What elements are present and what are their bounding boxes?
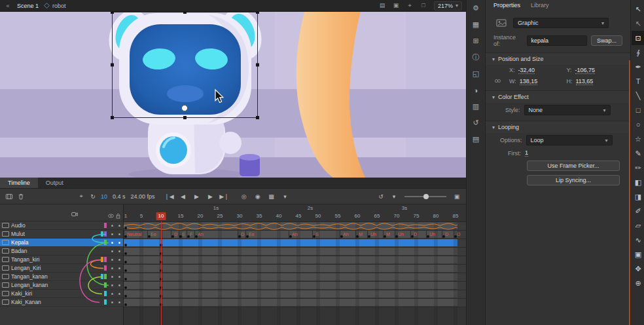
layer-visibility-toggle[interactable]: [109, 267, 116, 269]
keyframe-dot[interactable]: [124, 278, 127, 280]
color-style-select[interactable]: None ▾: [524, 105, 611, 115]
eraser-tool[interactable]: ▱: [632, 218, 644, 233]
keyframe-dot[interactable]: [124, 227, 127, 229]
motion-presets-panel-icon[interactable]: ▤: [470, 134, 482, 144]
edit-symbols-icon[interactable]: ▤: [378, 2, 386, 9]
timeline-zoom-slider[interactable]: [404, 196, 446, 197]
info-panel-icon[interactable]: ⓘ: [470, 52, 482, 62]
toggle-visibility-all-icon[interactable]: [107, 212, 115, 220]
tab-library[interactable]: Library: [531, 2, 549, 12]
paint-bucket-tool[interactable]: ◧: [632, 175, 644, 189]
onion-skin-outlines-icon[interactable]: ◉: [253, 191, 263, 202]
play-icon[interactable]: ▶: [192, 191, 202, 202]
layer-item-Badan[interactable]: Badan: [0, 247, 123, 256]
step-back-icon[interactable]: ◀: [178, 191, 188, 202]
brush-tool[interactable]: ✏: [632, 161, 644, 175]
layer-lock-toggle[interactable]: [116, 301, 123, 303]
pencil-tool[interactable]: ✎: [632, 146, 644, 161]
lasso-tool[interactable]: ∮: [632, 45, 644, 60]
layer-lock-toggle[interactable]: [116, 259, 123, 261]
frame-row-Tangan_kanan[interactable]: [124, 273, 466, 282]
lip-syncing-button[interactable]: Lip Syncing...: [527, 175, 620, 185]
frame-row-Lengan_Kiri[interactable]: [124, 265, 466, 273]
layer-item-Tangan_kanan[interactable]: Tangan_kanan: [0, 273, 123, 281]
polystar-tool[interactable]: ☆: [632, 132, 644, 146]
bone-tool[interactable]: ∿: [632, 233, 644, 247]
keyframe-dot[interactable]: [124, 244, 127, 246]
zoom-level-select[interactable]: 217% ▾: [434, 1, 462, 10]
frame-row-Kepala[interactable]: [124, 239, 466, 248]
frame-row-Mulut[interactable]: NeutralEeDEFAhDEeAhSAhMUhMUhDUhDO: [124, 231, 466, 239]
keyframe-dot[interactable]: [124, 286, 127, 289]
library-panel-icon[interactable]: ▦: [470, 20, 482, 29]
keyframe-dot[interactable]: [124, 261, 127, 263]
layer-visibility-toggle[interactable]: [109, 284, 116, 286]
edit-scene-icon[interactable]: ▣: [392, 2, 400, 9]
playhead[interactable]: [161, 221, 162, 325]
frame-row-Audio[interactable]: [124, 222, 466, 231]
selection-tool[interactable]: ↖: [632, 2, 644, 16]
text-tool[interactable]: T: [632, 74, 644, 88]
align-panel-icon[interactable]: ⊞: [470, 36, 482, 46]
section-position-and-size[interactable]: ▾ Position and Size: [486, 52, 630, 65]
frames-area[interactable]: 1s2s3s1510152025303540455055606570758085…: [124, 204, 466, 325]
layer-lock-toggle[interactable]: [116, 225, 123, 227]
frame-row-Kaki_kiri[interactable]: [124, 290, 466, 299]
swap-button[interactable]: Swap...: [591, 35, 622, 46]
layer-lock-toggle[interactable]: [116, 242, 123, 244]
ink-bottle-tool[interactable]: ◨: [632, 189, 644, 204]
go-to-last-frame-icon[interactable]: ▶❘: [219, 191, 230, 202]
center-playhead-icon[interactable]: ⌖: [76, 191, 86, 202]
add-camera-icon[interactable]: [69, 209, 80, 220]
layer-visibility-toggle[interactable]: [109, 276, 116, 278]
layer-lock-toggle[interactable]: [116, 293, 123, 295]
breadcrumb-scene[interactable]: Scene 1: [17, 3, 39, 9]
section-color-effect[interactable]: ▾ Color Effect: [486, 90, 630, 103]
eyedropper-tool[interactable]: ✐: [632, 204, 644, 218]
layer-item-Lengan_kanan[interactable]: Lengan_kanan: [0, 281, 123, 290]
hand-tool[interactable]: ✥: [632, 261, 644, 276]
camera-tool[interactable]: ▣: [632, 247, 644, 261]
frame-rate-value[interactable]: 24.00 fps: [131, 193, 155, 200]
current-frame-value[interactable]: 10: [101, 193, 107, 200]
zoom-tool[interactable]: ⊕: [632, 276, 644, 290]
transform-panel-icon[interactable]: ◱: [470, 69, 482, 79]
section-looping[interactable]: ▾ Looping: [486, 121, 630, 133]
keyframe-dot[interactable]: [124, 252, 127, 255]
stage[interactable]: [0, 12, 466, 178]
stage-canvas[interactable]: [0, 12, 466, 178]
center-stage-icon[interactable]: ⌖: [406, 2, 414, 9]
frame-row-Lengan_kanan[interactable]: [124, 282, 466, 290]
layer-visibility-toggle[interactable]: [109, 250, 116, 252]
oval-tool[interactable]: ○: [632, 117, 644, 132]
layer-item-Kaki_Kanan[interactable]: Kaki_Kanan: [0, 298, 123, 307]
tab-properties[interactable]: Properties: [493, 2, 520, 12]
lock-all-layers-icon[interactable]: [115, 212, 122, 220]
frame-row-Badan[interactable]: [124, 248, 466, 256]
clip-content-outside-stage-icon[interactable]: □: [420, 2, 427, 9]
onion-skin-icon[interactable]: ◎: [239, 191, 249, 202]
collapse-edit-bar-icon[interactable]: «: [4, 3, 12, 9]
layer-lock-toggle[interactable]: [116, 284, 123, 286]
layer-lock-toggle[interactable]: [116, 267, 123, 269]
line-tool[interactable]: ╲: [632, 88, 644, 103]
breadcrumb-symbol[interactable]: robot: [44, 3, 66, 9]
layer-item-Lengan_Kiri[interactable]: Lengan_Kiri: [0, 264, 123, 273]
keyframe-dot[interactable]: [124, 303, 127, 306]
loop-playback-icon[interactable]: ↻: [88, 191, 98, 202]
frame-row-Kaki_Kanan[interactable]: [124, 299, 466, 307]
keyframe-dot[interactable]: [124, 295, 127, 297]
layer-visibility-toggle[interactable]: [109, 233, 116, 235]
width-value[interactable]: 138,15: [520, 78, 538, 85]
layer-item-Mulut[interactable]: Mulut: [0, 230, 123, 239]
free-transform-tool[interactable]: ⊡: [632, 31, 644, 45]
tab-timeline[interactable]: Timeline: [0, 178, 38, 188]
layer-visibility-toggle[interactable]: [109, 301, 116, 303]
layer-item-Audio[interactable]: Audio: [0, 221, 123, 230]
loop-options-select[interactable]: Loop ▾: [526, 135, 613, 145]
tab-output[interactable]: Output: [38, 178, 71, 188]
color-panel-icon[interactable]: ◑: [470, 85, 482, 95]
pen-tool[interactable]: ✒: [632, 60, 644, 74]
transform-point[interactable]: [182, 105, 188, 111]
timeline-view-options-icon[interactable]: ▾: [389, 191, 399, 202]
